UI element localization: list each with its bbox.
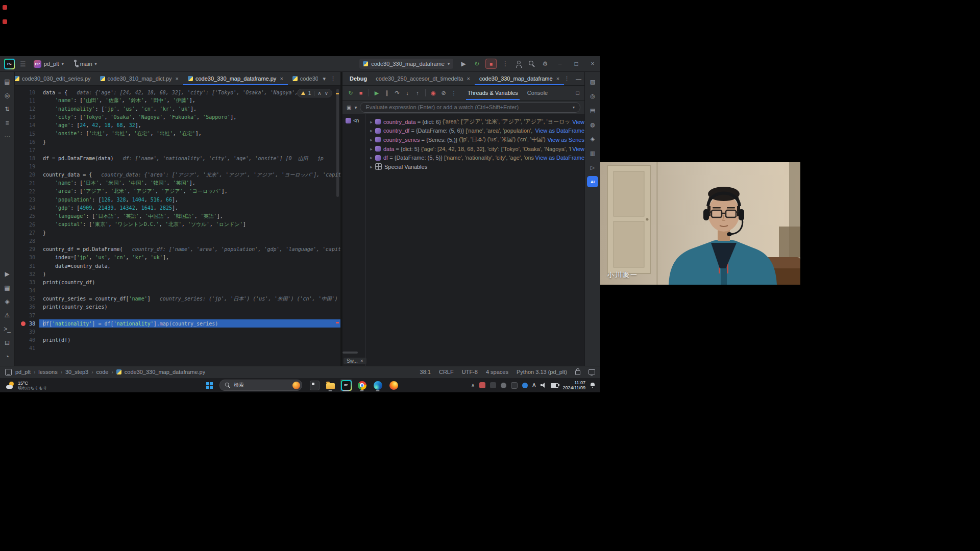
code-line[interactable]: 31 data=country_data,: [15, 262, 340, 270]
code-line[interactable]: 11 'name': ['山田', '佐藤', '鈴木', '田中', '伊藤'…: [15, 96, 340, 105]
breakpoint-dot[interactable]: [21, 321, 26, 326]
variable-row[interactable]: ▸country_df = {DataFrame: (5, 6)} ['name…: [365, 127, 584, 136]
lock-icon[interactable]: [575, 370, 580, 375]
assistant-icon[interactable]: ◍: [587, 119, 598, 130]
more-tools-icon[interactable]: ⋯: [1, 131, 13, 143]
status-item[interactable]: Python 3.13 (pd_plt): [517, 369, 567, 375]
resume-icon[interactable]: ▶: [372, 88, 382, 98]
rerun-icon[interactable]: ↻: [346, 88, 356, 98]
step-into-icon[interactable]: ↓: [402, 88, 412, 98]
packages-icon[interactable]: ▦: [1, 282, 13, 294]
code-line[interactable]: 22 'area': ['アジア', '北米', 'アジア', 'アジア', '…: [15, 187, 340, 195]
horizontal-scrollbar[interactable]: [342, 352, 358, 354]
close-icon[interactable]: ×: [360, 358, 363, 364]
code-line[interactable]: 32): [15, 270, 340, 278]
code-line[interactable]: 41: [15, 344, 340, 353]
documentation-icon[interactable]: ▥: [587, 147, 598, 159]
chevron-down-icon[interactable]: ▾: [354, 105, 357, 110]
variable-row[interactable]: ▸country_data = {dict: 6} {'area': ['アジア…: [365, 117, 584, 127]
close-tab-icon[interactable]: ×: [556, 76, 559, 82]
editor-tab[interactable]: code30_040_edit_partly.py×: [288, 72, 318, 85]
structure-icon[interactable]: ≡: [1, 117, 13, 129]
database-icon[interactable]: ▤: [587, 105, 598, 116]
code-line[interactable]: 28: [15, 237, 340, 245]
session-icon[interactable]: ▣: [347, 105, 351, 110]
services-icon[interactable]: ⊟: [1, 337, 13, 349]
pull-request-icon[interactable]: ⇅: [1, 103, 13, 115]
code-line[interactable]: 39: [15, 328, 340, 336]
chevron-right-icon[interactable]: ▸: [368, 128, 375, 133]
chevron-right-icon[interactable]: ▸: [368, 155, 375, 160]
layout-settings-icon[interactable]: □: [576, 90, 579, 96]
commit-icon[interactable]: ◎: [1, 89, 13, 102]
special-variables-row[interactable]: ▸Special Variables: [365, 162, 584, 171]
code-line[interactable]: 40print(df): [15, 336, 340, 344]
editor-tab[interactable]: code30_030_edit_series.py: [15, 72, 95, 85]
inspections-widget[interactable]: 1 ∧ ∨: [297, 89, 332, 97]
code-line[interactable]: 12 'nationality': ['jp', 'us', 'cn', 'kr…: [15, 105, 340, 113]
code-line[interactable]: 16}: [15, 138, 340, 146]
view-link[interactable]: View: [572, 146, 584, 152]
stop-icon[interactable]: ■: [356, 88, 366, 98]
breadcrumb-item[interactable]: 30_step3: [65, 369, 88, 375]
view-breakpoints-icon[interactable]: ◉: [428, 88, 438, 98]
chevron-right-icon[interactable]: ▸: [368, 137, 375, 142]
battery-icon[interactable]: [551, 383, 558, 388]
tool-window-switcher-icon[interactable]: [5, 369, 12, 375]
more-icon[interactable]: ⋮: [449, 88, 459, 98]
code-line[interactable]: 26 'capital': ['東京', 'ワシントンD.C.', '北京', …: [15, 220, 340, 229]
code-editor[interactable]: 10data = {data: {'age': [24, 42, 18, 68,…: [15, 86, 340, 366]
status-item[interactable]: UTF-8: [462, 369, 478, 375]
search-everywhere-icon[interactable]: [526, 58, 538, 69]
tray-bluetooth-icon[interactable]: [522, 383, 528, 388]
code-line[interactable]: 21 'name': ['日本', '米国', '中国', '韓国', '英国'…: [15, 179, 340, 187]
branch-selector[interactable]: main ▾: [70, 60, 100, 68]
debug-view-tab-console[interactable]: Console: [523, 86, 552, 100]
run-configuration-selector[interactable]: code30_330_map_dataframe ▾: [359, 59, 453, 69]
close-tab-icon[interactable]: ×: [280, 76, 283, 82]
variable-row[interactable]: ▸df = {DataFrame: (5, 5)} ['name', 'nati…: [365, 153, 584, 162]
notifications-bell-icon[interactable]: [590, 383, 595, 388]
code-line[interactable]: 37: [15, 311, 340, 319]
code-line[interactable]: 18df = pd.DataFrame(data)df: ['name', 'n…: [15, 155, 340, 163]
tray-camera-icon[interactable]: [490, 382, 496, 388]
view-link[interactable]: View as DataFrame: [535, 128, 584, 134]
notifications-icon[interactable]: ▧: [587, 76, 598, 87]
code-line[interactable]: 20country_data = {country_data: {'area':…: [15, 171, 340, 179]
pause-icon[interactable]: ∥: [382, 88, 392, 98]
code-line[interactable]: 34: [15, 287, 340, 295]
start-button[interactable]: [203, 379, 215, 391]
next-problem-icon[interactable]: ∨: [325, 90, 328, 96]
code-line[interactable]: 30 index=['jp', 'us', 'cn', 'kr', 'uk'],: [15, 254, 340, 262]
tray-overflow-icon[interactable]: ∧: [471, 383, 475, 388]
taskbar-search[interactable]: 検索: [219, 380, 302, 391]
debug-view-tab-threads-variables[interactable]: Threads & Variables: [463, 86, 523, 100]
run-icon[interactable]: ▶: [1, 268, 13, 280]
ime-indicator[interactable]: A: [532, 383, 536, 388]
breadcrumb-item[interactable]: lessons: [38, 369, 57, 375]
execution-stripe-mark[interactable]: [336, 322, 339, 323]
step-over-icon[interactable]: ↷: [392, 88, 402, 98]
screen-share-icon[interactable]: [589, 369, 595, 374]
code-line[interactable]: 25 'language': ['日本語', '英語', '中国語', '韓国語…: [15, 212, 340, 220]
taskbar-pycharm[interactable]: PC: [340, 379, 352, 391]
code-line[interactable]: 13 'city': ['Tokyo', 'Osaka', 'Nagoya', …: [15, 113, 340, 121]
problems-icon[interactable]: ⚠: [1, 309, 13, 321]
hidden-tabs-icon[interactable]: ▾: [323, 76, 326, 82]
weather-widget[interactable]: 15°C 晴れのちくもり: [0, 381, 88, 390]
taskbar-chrome[interactable]: [356, 379, 368, 391]
editor-tab[interactable]: code30_310_map_dict.py×: [95, 72, 183, 85]
close-tab-icon[interactable]: ×: [176, 76, 179, 82]
status-item[interactable]: CRLF: [439, 369, 454, 375]
rerun-debug-button[interactable]: ↻: [471, 58, 483, 69]
run-anything-icon[interactable]: ▷: [587, 162, 598, 173]
breadcrumb-item[interactable]: pd_plt: [15, 369, 31, 375]
web-icon[interactable]: ◎: [587, 90, 598, 102]
code-with-me-icon[interactable]: [512, 58, 525, 69]
code-line[interactable]: 27}: [15, 229, 340, 237]
taskbar-firefox[interactable]: [387, 379, 400, 391]
variable-row[interactable]: ▸country_series = {Series: (5,)} ('jp', …: [365, 135, 584, 144]
project-folder-icon[interactable]: ▤: [1, 76, 13, 88]
code-line[interactable]: 24 'gdp': [4909, 21439, 14342, 1641, 282…: [15, 204, 340, 212]
tray-security-icon[interactable]: [479, 382, 485, 388]
